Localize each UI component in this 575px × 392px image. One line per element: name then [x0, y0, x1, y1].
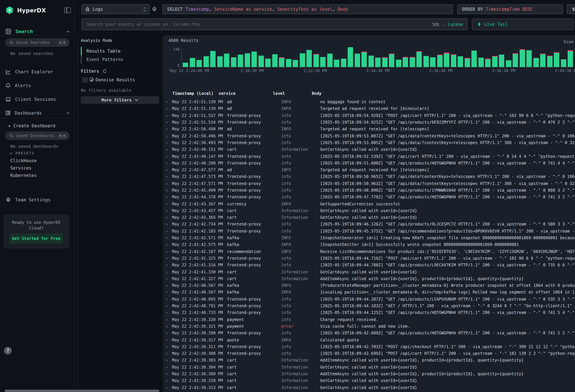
table-row[interactable]: >May 22 2:42:43.365 PMcartInformationGet…	[163, 214, 575, 221]
table-row[interactable]: >May 22 2:42:39.305 PMfrontend-proxyinfo…	[163, 391, 575, 392]
column-resize-handle[interactable]	[223, 91, 224, 96]
table-row[interactable]: >May 22 2:42:39.304 PMcartInformationGet…	[163, 364, 575, 370]
sidebar-item-alerts[interactable]: Alerts	[0, 80, 74, 91]
table-row[interactable]: >May 22 2:42:49.147 PMfrontend-proxyinfo…	[163, 153, 575, 160]
get-started-button[interactable]: Get Started for Free	[9, 233, 63, 244]
row-expander-icon[interactable]: >	[163, 243, 172, 247]
row-expander-icon[interactable]: >	[163, 290, 172, 294]
row-expander-icon[interactable]: >	[163, 236, 172, 240]
row-expander-icon[interactable]: >	[163, 134, 172, 138]
table-row[interactable]: >May 22 2:42:39.321 PMpaymenterrorVisa c…	[163, 323, 575, 330]
table-row[interactable]: >May 22 2:42:51.534 PMfrontend-proxyinfo…	[163, 119, 575, 126]
row-expander-icon[interactable]: >	[163, 100, 172, 104]
table-row[interactable]: >May 22 2:42:41.325 PMfrontend-proxyinfo…	[163, 255, 575, 262]
refresh-icon[interactable]	[103, 69, 107, 73]
preset-clickhouse[interactable]: ClickHouse	[10, 158, 37, 163]
row-expander-icon[interactable]: >	[163, 324, 172, 328]
table-row[interactable]: >May 22 2:42:44.378 PMfrontend-proxyinfo…	[163, 194, 575, 201]
source-select[interactable]: Logs	[81, 4, 150, 14]
lang-lucene-toggle[interactable]: Lucene	[448, 22, 463, 27]
chevron-up-icon[interactable]	[66, 112, 70, 114]
row-expander-icon[interactable]: >	[163, 250, 172, 254]
save-button[interactable]: Save	[567, 4, 575, 14]
row-expander-icon[interactable]: >	[163, 297, 172, 301]
row-expander-icon[interactable]: >	[163, 175, 172, 179]
column-resize-handle[interactable]	[316, 91, 316, 96]
row-expander-icon[interactable]: >	[163, 182, 172, 185]
row-expander-icon[interactable]: >	[163, 379, 172, 383]
row-expander-icon[interactable]: >	[163, 311, 172, 315]
row-expander-icon[interactable]: >	[163, 141, 172, 145]
table-row[interactable]: >May 22 2:42:51.139 PMadINFOTargeted ad …	[163, 105, 575, 112]
table-row[interactable]: >May 22 2:42:39.309 PMcartInformationAdd…	[163, 370, 575, 377]
table-row[interactable]: >May 22 2:42:43.367 PMcurrencyINFOGetSup…	[163, 201, 575, 208]
row-expander-icon[interactable]: >	[163, 283, 172, 287]
row-expander-icon[interactable]: >	[163, 168, 172, 172]
table-row[interactable]: >May 22 2:42:39.313 PMcartInformationGet…	[163, 384, 575, 391]
row-expander-icon[interactable]: >	[163, 277, 172, 281]
row-expander-icon[interactable]: >	[163, 114, 172, 117]
create-dashboard-button[interactable]: + Create Dashboard	[0, 121, 74, 131]
table-row[interactable]: >May 22 2:42:43.457 PMcartInformationGet…	[163, 208, 575, 214]
column-header-service[interactable]: service	[218, 91, 272, 96]
row-expander-icon[interactable]: >	[163, 318, 172, 322]
sidebar-item-search[interactable]: Search	[0, 26, 74, 37]
row-expander-icon[interactable]: >	[163, 107, 172, 111]
table-row[interactable]: >May 22 2:42:51.139 PMadINFOno baggage f…	[163, 98, 575, 105]
row-expander-icon[interactable]: >	[163, 338, 172, 342]
table-row[interactable]: >May 22 2:42:50.498 PMadINFOTargeted ad …	[163, 126, 575, 133]
more-filters-button[interactable]: More filters	[81, 96, 159, 104]
table-row[interactable]: >May 22 2:42:47.571 PMfrontend-proxyinfo…	[163, 180, 575, 187]
table-row[interactable]: >May 22 2:42:40.567 PMkafkaINFO[Producer…	[163, 282, 575, 289]
row-expander-icon[interactable]: >	[163, 209, 172, 213]
row-expander-icon[interactable]: >	[163, 345, 172, 349]
table-row[interactable]: >May 22 2:42:42.187 PMrecommendationINFO…	[163, 248, 575, 255]
row-expander-icon[interactable]: >	[163, 154, 172, 158]
denoise-checkbox[interactable]	[82, 77, 88, 82]
table-row[interactable]: >May 22 2:42:39.311 PMfrontend-proxyinfo…	[163, 343, 575, 350]
row-expander-icon[interactable]: >	[163, 270, 172, 274]
chevron-up-icon[interactable]	[66, 30, 70, 33]
row-expander-icon[interactable]: >	[163, 120, 172, 124]
source-settings-gear-icon[interactable]	[152, 6, 157, 12]
preset-services[interactable]: Services	[10, 165, 31, 171]
horizontal-scrollbar[interactable]	[5, 390, 159, 392]
table-row[interactable]: >May 22 2:42:40.791 PMfrontend-proxyinfo…	[163, 302, 575, 309]
row-expander-icon[interactable]: >	[163, 222, 172, 226]
table-row[interactable]: >May 22 2:42:41.330 PMcartInformationGet…	[163, 269, 575, 276]
row-expander-icon[interactable]: >	[163, 358, 172, 362]
denoise-label[interactable]: Denoise Results	[96, 77, 135, 82]
row-expander-icon[interactable]: >	[163, 372, 172, 376]
tab-results-table[interactable]: Results Table	[81, 47, 123, 55]
live-tail-button[interactable]: Live Tail	[472, 19, 574, 30]
saved-dashboards-input[interactable]: Saved Dashboards ⌘ K	[5, 132, 70, 140]
row-expander-icon[interactable]: >	[163, 386, 172, 390]
sidebar-collapse-icon[interactable]	[64, 7, 71, 13]
row-expander-icon[interactable]: >	[163, 215, 172, 219]
table-row[interactable]: >May 22 2:42:40.733 PMfrontend-proxyinfo…	[163, 309, 575, 316]
table-row[interactable]: >May 22 2:42:39.303 PMcartInformationAdd…	[163, 357, 575, 364]
table-row[interactable]: >May 22 2:42:45.499 PMfrontend-proxyinfo…	[163, 187, 575, 194]
table-row[interactable]: >May 22 2:42:39.298 PMfrontend-proxyinfo…	[163, 330, 575, 337]
search-input[interactable]: Search your events w/ Lucene ex. column:…	[81, 19, 468, 30]
row-expander-icon[interactable]: >	[163, 127, 172, 131]
column-header-timestamp[interactable]: Timestamp (Local)	[163, 91, 218, 96]
sidebar-item-team-settings[interactable]: Team Settings	[0, 195, 74, 205]
row-expander-icon[interactable]: >	[163, 229, 172, 233]
column-header-body[interactable]: Body	[311, 91, 575, 96]
lang-sql-toggle[interactable]: SQL	[432, 22, 440, 27]
row-expander-icon[interactable]: >	[163, 263, 172, 267]
table-row[interactable]: >May 22 2:42:47.573 PMfrontend-proxyinfo…	[163, 173, 575, 180]
table-row[interactable]: >May 22 2:42:39.310 PMcartInformationGet…	[163, 377, 575, 384]
row-expander-icon[interactable]: >	[163, 147, 172, 151]
row-expander-icon[interactable]: >	[163, 365, 172, 369]
table-row[interactable]: >May 22 2:42:41.316 PMfrontend-proxyinfo…	[163, 262, 575, 269]
row-expander-icon[interactable]: >	[163, 331, 172, 335]
row-expander-icon[interactable]: >	[163, 256, 172, 260]
table-row[interactable]: >May 22 2:42:49.151 PMcartInformationGet…	[163, 146, 575, 153]
row-expander-icon[interactable]: >	[163, 202, 172, 206]
table-row[interactable]: >May 22 2:42:40.567 PMkafkaINFO[LocalLog…	[163, 289, 575, 296]
table-row[interactable]: >May 22 2:42:42.183 PMfrontend-proxyinfo…	[163, 228, 575, 234]
column-header-level[interactable]: level	[272, 91, 311, 96]
row-expander-icon[interactable]: >	[163, 195, 172, 199]
